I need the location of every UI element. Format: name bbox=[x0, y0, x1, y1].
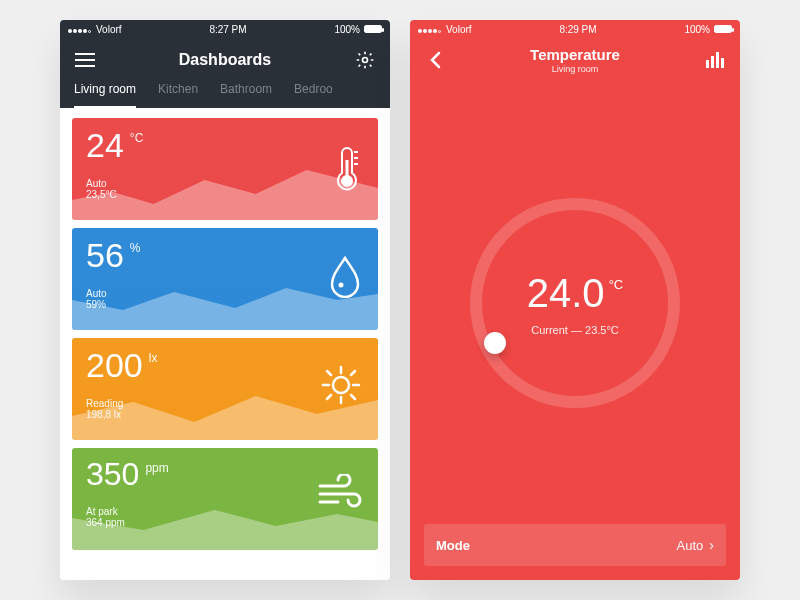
chevron-right-icon: › bbox=[709, 537, 714, 553]
tab-kitchen[interactable]: Kitchen bbox=[158, 82, 198, 108]
thermometer-icon bbox=[332, 144, 362, 196]
svg-point-2 bbox=[339, 283, 344, 288]
temperature-detail-screen: Volorf 8:29 PM 100% Temperature Living r… bbox=[410, 20, 740, 580]
mode-label: Mode bbox=[436, 538, 470, 553]
battery-label: 100% bbox=[334, 24, 360, 35]
room-tabs: Living room Kitchen Bathroom Bedroo bbox=[60, 82, 390, 108]
hum-sub: 59% bbox=[86, 299, 364, 310]
humidity-card[interactable]: 56% Auto 59% bbox=[72, 228, 378, 330]
back-icon[interactable] bbox=[424, 49, 446, 71]
temp-value: 24 bbox=[86, 128, 124, 162]
dial-unit: °C bbox=[609, 277, 624, 292]
lux-unit: lx bbox=[149, 352, 158, 364]
page-subtitle: Living room bbox=[530, 64, 620, 74]
battery-icon bbox=[714, 25, 732, 33]
hum-unit: % bbox=[130, 242, 141, 254]
lux-sub: 198,8 lx bbox=[86, 409, 364, 420]
light-card[interactable]: 200lx Reading 198,8 lx bbox=[72, 338, 378, 440]
svg-point-1 bbox=[342, 176, 352, 186]
dial-knob[interactable] bbox=[484, 332, 506, 354]
temperature-dial[interactable]: 24.0 °C Current — 23.5°C bbox=[470, 198, 680, 408]
svg-rect-5 bbox=[711, 56, 714, 68]
temp-sub: 23,5°C bbox=[86, 189, 364, 200]
droplet-icon bbox=[328, 254, 362, 302]
tab-bathroom[interactable]: Bathroom bbox=[220, 82, 272, 108]
menu-icon[interactable] bbox=[74, 49, 96, 71]
battery-icon bbox=[364, 25, 382, 33]
air-quality-card[interactable]: 350ppm At park 364 ppm bbox=[72, 448, 378, 550]
signal-dots-icon bbox=[68, 24, 92, 35]
air-unit: ppm bbox=[145, 462, 168, 474]
temp-mode: Auto bbox=[86, 178, 364, 189]
clock-label: 8:29 PM bbox=[559, 24, 596, 35]
svg-point-0 bbox=[363, 58, 368, 63]
sun-icon bbox=[320, 364, 362, 410]
carrier-label: Volorf bbox=[446, 24, 472, 35]
settings-icon[interactable] bbox=[354, 49, 376, 71]
signal-dots-icon bbox=[418, 24, 442, 35]
carrier-label: Volorf bbox=[96, 24, 122, 35]
svg-rect-4 bbox=[706, 60, 709, 68]
air-sub: 364 ppm bbox=[86, 517, 364, 528]
dial-current-label: Current — 23.5°C bbox=[531, 324, 619, 336]
temp-unit: °C bbox=[130, 132, 143, 144]
svg-point-3 bbox=[333, 377, 349, 393]
dashboard-screen: Volorf 8:27 PM 100% Dashboards Living ro… bbox=[60, 20, 390, 580]
mode-value: Auto bbox=[677, 538, 704, 553]
page-title: Temperature bbox=[530, 46, 620, 63]
status-bar: Volorf 8:27 PM 100% bbox=[60, 20, 390, 38]
battery-label: 100% bbox=[684, 24, 710, 35]
dial-value: 24.0 bbox=[527, 271, 605, 316]
svg-rect-6 bbox=[716, 52, 719, 68]
hum-value: 56 bbox=[86, 238, 124, 272]
clock-label: 8:27 PM bbox=[209, 24, 246, 35]
tab-bedroom[interactable]: Bedroo bbox=[294, 82, 333, 108]
air-value: 350 bbox=[86, 458, 139, 490]
tab-living-room[interactable]: Living room bbox=[74, 82, 136, 108]
wind-icon bbox=[316, 474, 362, 516]
status-bar: Volorf 8:29 PM 100% bbox=[410, 20, 740, 38]
chart-icon[interactable] bbox=[704, 49, 726, 71]
temperature-card[interactable]: 24°C Auto 23,5°C bbox=[72, 118, 378, 220]
lux-value: 200 bbox=[86, 348, 143, 382]
page-title: Dashboards bbox=[179, 51, 271, 69]
mode-selector[interactable]: Mode Auto › bbox=[424, 524, 726, 566]
svg-rect-7 bbox=[721, 58, 724, 68]
hum-mode: Auto bbox=[86, 288, 364, 299]
